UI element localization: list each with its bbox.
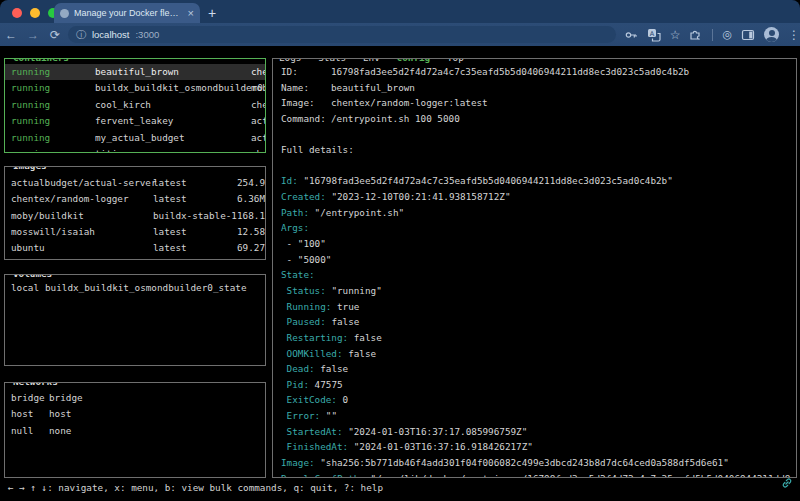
browser-toolbar: ← → ⟳ ⓘ localhost :3000 A ☆ ◎	[0, 23, 800, 46]
config-detail-line: Pid: 47575	[281, 377, 795, 393]
image-row[interactable]: ubuntu latest 69.27MB	[5, 240, 265, 256]
image-row[interactable]: actualbudget/actual-server latest 254.98…	[5, 175, 265, 191]
image-repo: ubuntu	[11, 240, 45, 256]
url-port-text: :3000	[135, 29, 159, 40]
detail-tab[interactable]: Config	[397, 58, 431, 63]
container-name: titi	[95, 146, 117, 153]
volume-driver: local	[11, 280, 39, 296]
container-row[interactable]: running cool_kirch che	[5, 97, 265, 113]
container-status: running	[11, 80, 50, 96]
password-key-icon[interactable]	[624, 28, 638, 42]
side-panel-icon[interactable]	[741, 28, 755, 42]
container-image: act	[251, 130, 266, 146]
images-panel-title: Images	[11, 166, 49, 171]
container-row[interactable]: running buildx_buildkit_osmondbuilder0 m…	[5, 80, 265, 96]
forward-icon[interactable]: →	[22, 28, 44, 42]
window-controls[interactable]	[12, 8, 58, 18]
tab-close-icon[interactable]: ×	[188, 8, 194, 19]
volumes-panel[interactable]: Volumes local buildx_buildkit_osmondbuil…	[4, 274, 266, 366]
config-detail-line: Restarting: false	[281, 330, 795, 346]
detail-tab[interactable]: Env	[363, 58, 380, 63]
image-repo: moby/buildkit	[11, 208, 84, 224]
config-detail-line: Args:	[281, 220, 795, 236]
container-name: buildx_buildkit_osmondbuilder0	[95, 80, 263, 96]
image-row[interactable]: chentex/random-logger latest 6.36MB	[5, 191, 265, 207]
close-window-button[interactable]	[12, 8, 22, 18]
tab-separator: –	[380, 58, 397, 63]
container-row[interactable]: running fervent_leakey act	[5, 113, 265, 129]
networks-panel[interactable]: Networks bridge bridge host host null no…	[4, 382, 266, 478]
image-row[interactable]: moby/buildkit buildx-stable-1 168.13MB	[5, 208, 265, 224]
config-detail-line: StartedAt: "2024-01-03T16:37:17.08599675…	[281, 424, 795, 440]
image-size: 12.58MB	[237, 224, 266, 240]
network-row[interactable]: null none	[5, 423, 265, 439]
detail-tab[interactable]: Stats	[318, 58, 346, 63]
container-image: mob	[251, 80, 266, 96]
containers-panel-title: Containers	[11, 58, 71, 63]
network-row[interactable]: host host	[5, 406, 265, 422]
container-name: beautiful_brown	[95, 64, 179, 80]
translate-icon[interactable]: A	[647, 28, 661, 42]
config-detail-line: Created: "2023-12-10T00:21:41.938158712Z…	[281, 189, 795, 205]
detail-panel[interactable]: Logs – Stats – Env – Config – Top – ID:1…	[272, 58, 797, 478]
containers-panel[interactable]: Containers running beautiful_brown che r…	[4, 58, 266, 153]
volumes-panel-title: Volumes	[11, 274, 54, 279]
url-bar[interactable]: ⓘ localhost :3000	[68, 26, 616, 43]
network-name: null	[11, 423, 33, 439]
image-row[interactable]: mosswill/isaiah latest 12.58MB	[5, 224, 265, 240]
tab-separator: –	[430, 58, 447, 63]
container-row[interactable]: running titi che	[5, 146, 265, 153]
browser-menu-icon[interactable]: ⋮	[788, 29, 800, 41]
container-status: running	[11, 113, 50, 129]
link-icon[interactable]	[780, 476, 794, 490]
profile-avatar[interactable]	[764, 27, 779, 42]
image-tag: latest	[153, 224, 187, 240]
container-row[interactable]: running beautiful_brown che	[5, 64, 265, 80]
volume-name: buildx_buildkit_osmondbuilder0_state	[45, 280, 247, 296]
image-row[interactable]: <none> <none> 20.73MB	[5, 256, 265, 260]
config-summary-line: Name:beautiful_brown	[281, 80, 795, 96]
config-detail-line: - "5000"	[281, 252, 795, 268]
site-info-icon[interactable]: ⓘ	[76, 28, 86, 42]
config-detail-line: ExitCode: 0	[281, 392, 795, 408]
image-repo: <none>	[11, 256, 45, 260]
container-name: cool_kirch	[95, 97, 151, 113]
config-summary-line: ID:16798fad3ee5d2f4d72a4c7c35eafd5b5d040…	[281, 64, 795, 80]
extension-badge-icon[interactable]: ◎	[722, 29, 732, 40]
images-panel[interactable]: Images actualbudget/actual-server latest…	[4, 166, 266, 260]
network-driver: bridge	[49, 390, 83, 406]
image-size: 168.13MB	[237, 208, 266, 224]
container-image: che	[251, 97, 266, 113]
container-row[interactable]: running my_actual_budget act	[5, 130, 265, 146]
config-detail-line: Paused: false	[281, 314, 795, 330]
bookmark-star-icon[interactable]: ☆	[670, 29, 681, 41]
network-driver: none	[49, 423, 71, 439]
network-name: bridge	[11, 390, 45, 406]
container-status: running	[11, 97, 50, 113]
container-status: running	[11, 64, 50, 80]
extensions-icon[interactable]	[689, 28, 703, 42]
config-detail-line: Path: "/entrypoint.sh"	[281, 205, 795, 221]
container-name: my_actual_budget	[95, 130, 185, 146]
browser-tab[interactable]: Manage your Docker fleet wi ×	[54, 3, 200, 23]
config-detail-line: Dead: false	[281, 361, 795, 377]
config-summary-line: Command:/entrypoint.sh 100 5000	[281, 111, 795, 127]
full-details-heading: Full details:	[281, 142, 795, 158]
minimize-window-button[interactable]	[30, 8, 40, 18]
network-row[interactable]: bridge bridge	[5, 390, 265, 406]
config-detail-line: Id: "16798fad3ee5d2f4d72a4c7c35eafd5b5d0…	[281, 173, 795, 189]
container-status: running	[11, 130, 50, 146]
detail-tab[interactable]: Top	[447, 58, 464, 63]
svg-text:A: A	[649, 29, 654, 37]
new-tab-button[interactable]: +	[208, 4, 216, 22]
volume-row[interactable]: local buildx_buildkit_osmondbuilder0_sta…	[5, 280, 265, 296]
reload-icon[interactable]: ⟳	[44, 28, 66, 42]
detail-tab[interactable]: Logs	[279, 58, 301, 63]
url-text: localhost	[92, 29, 130, 40]
tab-favicon-icon	[60, 9, 69, 18]
image-repo: chentex/random-logger	[11, 191, 129, 207]
tab-separator: –	[301, 58, 318, 63]
back-icon[interactable]: ←	[0, 28, 22, 42]
image-size: 6.36MB	[237, 191, 266, 207]
image-tag: <none>	[153, 256, 187, 260]
